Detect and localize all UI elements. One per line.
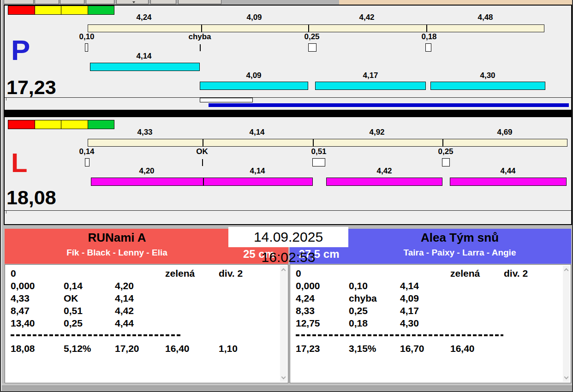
result-cell: 4,44 xyxy=(115,318,134,328)
lane-letter: P xyxy=(11,36,30,65)
change-marker xyxy=(442,158,450,166)
background-window xyxy=(339,0,573,5)
result-cell: 0,25 xyxy=(64,318,83,328)
card-status: zelená xyxy=(165,268,195,278)
panel-separator xyxy=(4,111,572,116)
result-cell: 0,51 xyxy=(64,306,83,315)
results-list-left[interactable]: 0 zelená div. 2 0,000 0,14 4,20 4,33 OK … xyxy=(5,264,288,383)
division: div. 2 xyxy=(219,268,243,278)
result-cell: OK xyxy=(64,293,78,303)
change-marker xyxy=(425,43,431,52)
dog-time: 4,09 xyxy=(231,72,277,79)
dog-time: 4,20 xyxy=(124,167,170,175)
result-cell: 8,33 xyxy=(296,306,315,315)
change-marker xyxy=(85,158,90,166)
summary-percent: 5,12% xyxy=(64,344,91,353)
window-border xyxy=(1,0,2,392)
split-time: 4,14 xyxy=(234,129,280,136)
team-name: RUNami A xyxy=(5,231,229,244)
result-cell: 0,18 xyxy=(349,318,368,328)
ok-tick xyxy=(202,159,203,166)
progress-outline-bar xyxy=(200,98,253,102)
result-cell: 4,14 xyxy=(400,281,419,291)
start-lights xyxy=(8,6,114,15)
dog-time-bar xyxy=(326,178,442,186)
card-status: zelená xyxy=(450,268,480,278)
start-lights xyxy=(8,120,114,129)
split-time: 4,92 xyxy=(354,129,400,136)
split-time: 4,48 xyxy=(462,14,508,21)
lane-panel-l: 4,33 4,14 4,92 4,69 0,14 OK 0,51 0,25 4,… xyxy=(4,116,572,225)
dog-time: 4,14 xyxy=(121,53,167,60)
dog-time-bar xyxy=(430,82,545,90)
scroll-up-icon[interactable] xyxy=(281,268,286,273)
status-bar-band xyxy=(1,386,572,391)
summary-total: 17,23 xyxy=(296,344,320,353)
lane-total-time: 18,08 xyxy=(6,188,56,208)
toolbar-button[interactable] xyxy=(86,0,114,4)
dropdown-caret-icon xyxy=(132,1,135,5)
split-time: 4,09 xyxy=(231,14,277,21)
scroll-down-icon[interactable] xyxy=(281,375,286,380)
summary-value: 1,10 xyxy=(219,344,238,353)
datetime-display: 14.09.2025 16:02:53 xyxy=(228,227,348,247)
lane-panel-p: 4,24 4,09 4,42 4,48 0,10 chyba 0,25 0,18… xyxy=(4,5,572,111)
summary-percent: 3,15% xyxy=(349,344,376,353)
toolbar-button[interactable] xyxy=(35,0,59,4)
toolbar-button[interactable] xyxy=(4,0,34,4)
dog-time-bar xyxy=(90,63,200,71)
split-time: 4,33 xyxy=(122,129,168,136)
change-time: 0,14 xyxy=(64,148,110,155)
change-marker xyxy=(308,43,316,52)
result-cell: 4,09 xyxy=(400,293,419,303)
result-cell: 4,24 xyxy=(296,293,315,303)
team-dogs: Taira - Paixy - Larra - Angie xyxy=(348,248,571,258)
result-cell: chyba xyxy=(349,293,377,303)
scroll-down-icon[interactable] xyxy=(564,375,569,380)
run-counter: 0 xyxy=(11,268,16,278)
change-marker xyxy=(85,43,88,52)
toolbar-button[interactable] xyxy=(60,0,84,4)
tick xyxy=(6,211,6,214)
summary-divider xyxy=(11,334,182,336)
team-dogs: Fík - Black - Lenny - Elia xyxy=(5,248,229,258)
dog-time: 4,14 xyxy=(234,167,281,175)
dog-time: 4,17 xyxy=(347,72,394,79)
result-cell: 4,17 xyxy=(400,306,419,315)
light-red-icon xyxy=(8,120,35,129)
scrollbar[interactable] xyxy=(280,266,287,382)
dog-time: 4,42 xyxy=(361,167,407,175)
scroll-up-icon[interactable] xyxy=(564,268,569,273)
light-yellow-icon xyxy=(35,6,62,14)
light-yellow-icon xyxy=(61,120,88,129)
result-cell: 4,33 xyxy=(11,293,30,303)
divider xyxy=(5,97,571,98)
result-cell: 0,000 xyxy=(296,281,320,291)
result-cell: 4,42 xyxy=(115,306,134,315)
light-green-icon xyxy=(88,6,114,14)
summary-divider xyxy=(296,334,503,336)
result-cell: 0,000 xyxy=(11,281,35,291)
division: div. 2 xyxy=(504,268,528,278)
change-time: 0,10 xyxy=(64,33,110,41)
result-cell: 8,47 xyxy=(11,306,30,315)
split-time: 4,42 xyxy=(344,14,390,21)
result-cell: 4,30 xyxy=(400,318,419,328)
change-time: 0,18 xyxy=(406,33,452,41)
toolbar-button[interactable] xyxy=(150,0,176,4)
result-cell: 0,10 xyxy=(349,281,368,291)
summary-total: 18,08 xyxy=(11,344,35,353)
change-marker xyxy=(312,158,325,166)
result-cell: 13,40 xyxy=(11,318,35,328)
change-time: 0,25 xyxy=(289,33,335,41)
result-cell: 4,20 xyxy=(115,281,134,291)
dog-time-bar xyxy=(450,178,567,186)
split-time-bar xyxy=(88,139,567,147)
lane-total-time: 17,23 xyxy=(6,77,56,97)
summary-value: 17,20 xyxy=(115,344,139,353)
result-cell: 0,14 xyxy=(64,281,83,291)
results-list-right[interactable]: 0 zelená div. 2 0,000 0,10 4,14 4,24 chy… xyxy=(290,264,571,383)
window-chrome-strip xyxy=(0,0,573,5)
toolbar-button[interactable] xyxy=(178,0,221,4)
scrollbar[interactable] xyxy=(563,266,570,382)
